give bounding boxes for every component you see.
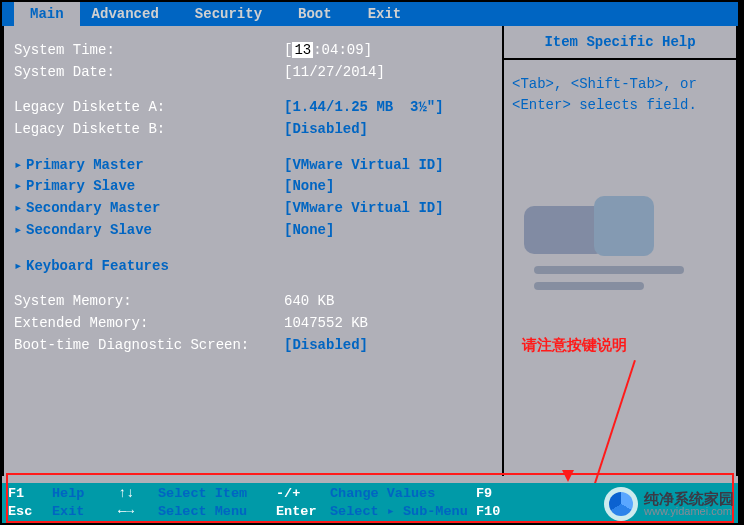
triangle-right-icon: ▸ — [14, 176, 26, 198]
triangle-right-icon: ▸ — [14, 155, 26, 177]
boot-diag-value[interactable]: [Disabled] — [284, 335, 368, 357]
field-extended-memory: Extended Memory: 1047552 KB — [14, 313, 494, 335]
submenu-primary-master[interactable]: ▸ Primary Master [VMware Virtual ID] — [14, 155, 494, 177]
key-exit: Exit — [52, 503, 118, 521]
tab-exit[interactable]: Exit — [356, 2, 426, 26]
system-time-value[interactable]: [13:04:09] — [284, 40, 372, 62]
system-memory-value: 640 KB — [284, 291, 334, 313]
key-help: Help — [52, 485, 118, 503]
field-boot-diag[interactable]: Boot-time Diagnostic Screen: [Disabled] — [14, 335, 494, 357]
field-legacy-b[interactable]: Legacy Diskette B: [Disabled] — [14, 119, 494, 141]
primary-master-label: Primary Master — [26, 155, 284, 177]
key-f1: F1 — [8, 485, 52, 503]
help-body: <Tab>, <Shift-Tab>, or <Enter> selects f… — [504, 60, 736, 130]
keyboard-features-label: Keyboard Features — [26, 256, 284, 278]
key-select-menu: Select Menu — [158, 503, 276, 521]
brand-name: 纯净系统家园 — [644, 491, 734, 506]
field-system-memory: System Memory: 640 KB — [14, 291, 494, 313]
primary-master-value: [VMware Virtual ID] — [284, 155, 444, 177]
key-enter: Enter — [276, 503, 330, 521]
key-f10: F10 — [476, 503, 516, 521]
field-legacy-a[interactable]: Legacy Diskette A: [1.44/1.25 MB 3½"] — [14, 97, 494, 119]
submenu-secondary-master[interactable]: ▸ Secondary Master [VMware Virtual ID] — [14, 198, 494, 220]
triangle-right-icon: ▸ — [14, 256, 26, 278]
submenu-secondary-slave[interactable]: ▸ Secondary Slave [None] — [14, 220, 494, 242]
legacy-a-label: Legacy Diskette A: — [14, 97, 284, 119]
extended-memory-label: Extended Memory: — [14, 313, 284, 335]
secondary-master-label: Secondary Master — [26, 198, 284, 220]
triangle-right-icon: ▸ — [14, 220, 26, 242]
triangle-right-icon: ▸ — [14, 198, 26, 220]
primary-slave-label: Primary Slave — [26, 176, 284, 198]
submenu-keyboard-features[interactable]: ▸ Keyboard Features — [14, 256, 494, 278]
tab-boot[interactable]: Boot — [286, 2, 356, 26]
key-esc: Esc — [8, 503, 52, 521]
brand-url: www.yidamei.com — [644, 506, 734, 517]
key-plusminus: -/+ — [276, 485, 330, 503]
system-time-hour-selected[interactable]: 13 — [292, 42, 313, 58]
boot-diag-label: Boot-time Diagnostic Screen: — [14, 335, 284, 357]
key-leftright: ←→ — [118, 503, 158, 521]
field-system-date[interactable]: System Date: [11/27/2014] — [14, 62, 494, 84]
secondary-slave-value: [None] — [284, 220, 334, 242]
legacy-a-value[interactable]: [1.44/1.25 MB 3½"] — [284, 97, 444, 119]
tab-advanced[interactable]: Advanced — [80, 2, 183, 26]
help-panel: Item Specific Help <Tab>, <Shift-Tab>, o… — [504, 26, 738, 476]
tab-bar: Main Advanced Security Boot Exit — [2, 2, 738, 26]
secondary-slave-label: Secondary Slave — [26, 220, 284, 242]
key-select-item: Select Item — [158, 485, 276, 503]
tab-main[interactable]: Main — [14, 2, 80, 26]
brand-logo-icon — [604, 487, 638, 521]
system-memory-label: System Memory: — [14, 291, 284, 313]
bios-root: Main Advanced Security Boot Exit System … — [0, 0, 740, 525]
watermark-graphic — [524, 196, 714, 306]
system-date-label: System Date: — [14, 62, 284, 84]
primary-slave-value: [None] — [284, 176, 334, 198]
system-date-value[interactable]: [11/27/2014] — [284, 62, 385, 84]
secondary-master-value: [VMware Virtual ID] — [284, 198, 444, 220]
tab-security[interactable]: Security — [183, 2, 286, 26]
legacy-b-label: Legacy Diskette B: — [14, 119, 284, 141]
content-row: System Time: [13:04:09] System Date: [11… — [2, 26, 738, 476]
main-panel: System Time: [13:04:09] System Date: [11… — [2, 26, 504, 476]
site-brand: 纯净系统家园 www.yidamei.com — [604, 487, 734, 521]
annotation-text: 请注意按键说明 — [522, 336, 627, 355]
key-updown: ↑↓ — [118, 485, 158, 503]
key-f9: F9 — [476, 485, 516, 503]
help-title: Item Specific Help — [504, 26, 736, 60]
submenu-primary-slave[interactable]: ▸ Primary Slave [None] — [14, 176, 494, 198]
key-select-submenu: Select ▸ Sub-Menu — [330, 503, 476, 521]
extended-memory-value: 1047552 KB — [284, 313, 368, 335]
key-change-values: Change Values — [330, 485, 476, 503]
legacy-b-value[interactable]: [Disabled] — [284, 119, 368, 141]
field-system-time[interactable]: System Time: [13:04:09] — [14, 40, 494, 62]
system-time-label: System Time: — [14, 40, 284, 62]
